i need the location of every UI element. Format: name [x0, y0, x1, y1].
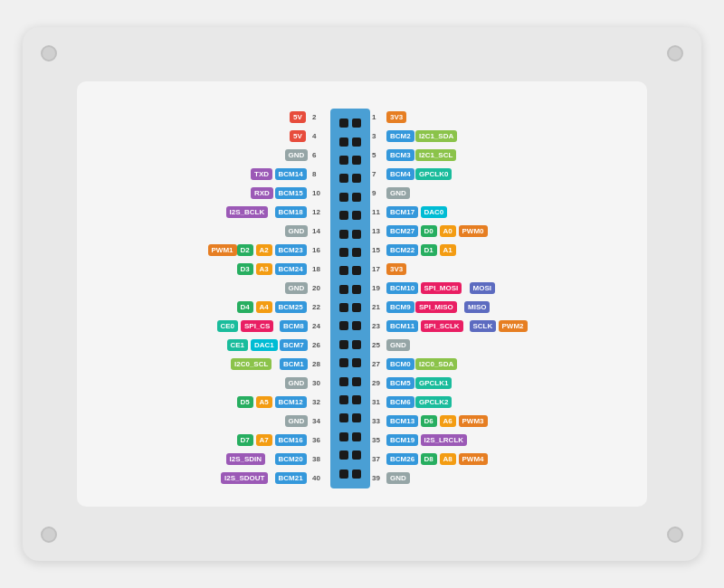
- pin-number-right: 15: [372, 246, 380, 254]
- pin-label: MISO: [464, 301, 490, 313]
- pin-label: PWM4: [459, 453, 488, 465]
- pin-label: BCM0: [386, 358, 414, 370]
- pin-label: D5: [237, 396, 253, 408]
- pin-label: DAC0: [421, 206, 448, 218]
- pin-label: I2S_BCLK: [226, 206, 269, 218]
- pin-number-left: 38: [312, 455, 320, 463]
- pin-label: BCM5: [386, 377, 414, 389]
- pin-label: A3: [256, 263, 272, 275]
- pin-label: SPI_MOSI: [421, 282, 462, 294]
- pin-label: GPCLK2: [415, 396, 452, 408]
- pin-right: [352, 321, 361, 330]
- pin-right: [352, 211, 361, 220]
- pin-right: [352, 358, 361, 367]
- pin-label: BCM1: [280, 358, 308, 370]
- pin-label: BCM23: [275, 244, 307, 256]
- pin-left: [339, 248, 348, 257]
- pin-label: SPI_SCLK: [421, 320, 463, 332]
- pin-number-left: 32: [312, 398, 320, 406]
- pin-label: 5V: [290, 111, 306, 123]
- pin-right: [352, 230, 361, 239]
- pin-label: PWM3: [459, 415, 488, 427]
- pin-row: [339, 377, 361, 386]
- pin-label: D1: [421, 244, 437, 256]
- pin-number-right: 31: [372, 398, 380, 406]
- pin-label: SCLK: [470, 320, 497, 332]
- pin-label: I2S_SDOUT: [221, 472, 268, 484]
- pin-row: [339, 230, 361, 239]
- pin-label: I2C1_SDA: [415, 130, 457, 142]
- pin-number-left: 12: [312, 208, 320, 216]
- pin-right: [352, 450, 361, 460]
- pin-left: [339, 377, 348, 386]
- pin-row: [339, 138, 361, 147]
- pin-number-right: 19: [372, 284, 380, 292]
- pin-left: [339, 266, 348, 275]
- pin-left: [339, 358, 348, 367]
- pin-right: [352, 377, 361, 386]
- pin-row: [339, 285, 361, 294]
- pin-label: A8: [440, 453, 456, 465]
- pin-row: [339, 432, 361, 441]
- pin-label: D2: [237, 244, 253, 256]
- pin-label: D3: [237, 263, 253, 275]
- pin-number-left: 8: [312, 170, 316, 178]
- pin-label: GND: [285, 377, 309, 389]
- pin-left: [339, 119, 348, 128]
- pin-label: D0: [421, 225, 437, 237]
- pin-left: [339, 395, 348, 404]
- pin-right: [352, 119, 361, 128]
- pin-label: 5V: [290, 130, 306, 142]
- pin-label: BCM6: [386, 396, 414, 408]
- pin-label: BCM20: [275, 453, 307, 465]
- pin-row: [339, 303, 361, 312]
- pin-label: DAC1: [251, 339, 278, 351]
- pin-label: BCM13: [386, 415, 418, 427]
- pin-label: GPCLK1: [415, 377, 452, 389]
- screw-br: [667, 526, 683, 543]
- pin-number-right: 17: [372, 265, 380, 273]
- pin-label: A6: [440, 415, 456, 427]
- pin-label: GND: [285, 415, 309, 427]
- screw-tr: [667, 45, 683, 62]
- pin-number-right: 7: [372, 170, 376, 178]
- pin-number-left: 10: [312, 189, 320, 197]
- pin-left: [339, 469, 348, 479]
- pin-row: [339, 395, 361, 404]
- pin-number-right: 37: [372, 455, 380, 463]
- pin-label: A5: [256, 396, 272, 408]
- pin-label: BCM3: [386, 149, 414, 161]
- pin-row: [339, 156, 361, 165]
- pin-number-right: 29: [372, 379, 380, 387]
- pin-number-right: 9: [372, 189, 376, 197]
- pin-label: BCM19: [386, 434, 418, 446]
- pin-right: [352, 469, 361, 479]
- pin-label: D4: [237, 301, 253, 313]
- pin-label: BCM26: [386, 453, 418, 465]
- pin-label: 3V3: [386, 263, 406, 275]
- pin-number-right: 1: [372, 113, 376, 121]
- pin-number-left: 2: [312, 113, 316, 121]
- pin-label: I2C1_SCL: [415, 149, 456, 161]
- pin-label: I2S_LRCLK: [421, 434, 468, 446]
- pin-number-left: 4: [312, 132, 316, 140]
- pin-label: BCM27: [386, 225, 418, 237]
- pin-row: [339, 119, 361, 128]
- pin-right: [352, 266, 361, 275]
- pin-number-left: 36: [312, 436, 320, 444]
- pin-number-right: 27: [372, 360, 380, 368]
- pin-label: A2: [256, 244, 272, 256]
- pin-label: A1: [440, 244, 456, 256]
- pin-label: BCM22: [386, 244, 418, 256]
- pin-label: BCM10: [386, 282, 418, 294]
- pin-right: [352, 285, 361, 294]
- pin-left: [339, 321, 348, 330]
- pin-left: [339, 211, 348, 220]
- pin-row: [339, 321, 361, 330]
- pin-row: [339, 211, 361, 220]
- pin-label: SPI_CS: [241, 320, 273, 332]
- pin-label: GND: [285, 225, 309, 237]
- pin-right: [352, 193, 361, 202]
- pin-label: GND: [386, 339, 410, 351]
- pin-number-right: 5: [372, 151, 376, 159]
